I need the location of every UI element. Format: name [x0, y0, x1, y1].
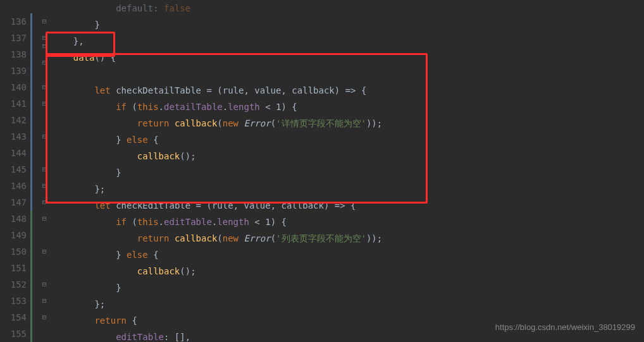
fold-marks[interactable]: ⊟	[30, 178, 49, 194]
change-bar	[30, 63, 32, 79]
fold-marks[interactable]	[30, 326, 49, 342]
code-line[interactable]: } else {	[52, 131, 644, 148]
change-bar	[30, 30, 32, 46]
token: value	[244, 200, 270, 211]
code-line[interactable]: };	[52, 296, 644, 312]
fold-icon[interactable]: ⊟	[40, 95, 48, 112]
token: };	[52, 299, 105, 309]
code-line[interactable]: }	[52, 164, 644, 181]
change-bar	[30, 95, 32, 112]
code-line[interactable]: }	[52, 279, 644, 296]
token: callback	[175, 233, 217, 243]
code-line[interactable]: callback();	[52, 148, 644, 164]
fold-marks[interactable]	[30, 260, 49, 276]
token	[52, 217, 116, 227]
token: default	[116, 3, 153, 13]
fold-icon[interactable]: ⊟	[40, 194, 48, 211]
code-line[interactable]: let checkEditTable = (rule, value, callb…	[52, 197, 644, 214]
line-number: 149	[0, 227, 30, 243]
fold-icon[interactable]: ⊟	[40, 276, 48, 293]
token: rule	[223, 85, 244, 95]
code-editor[interactable]: 136⊟137⊟138⊟ ⊟139140⊟141⊟142143⊟144145⊟1…	[0, 0, 644, 342]
token: length	[217, 217, 249, 227]
gutter-row: 153⊟	[0, 293, 49, 309]
fold-marks[interactable]: ⊟	[30, 194, 49, 211]
token: else	[127, 250, 148, 260]
fold-marks[interactable]: ⊟	[30, 13, 49, 30]
change-bar	[30, 293, 32, 309]
code-line[interactable]: let checkDetailTable = (rule, value, cal…	[52, 82, 644, 99]
token: else	[127, 135, 148, 145]
token: editTable	[164, 217, 212, 227]
fold-marks[interactable]: ⊟	[30, 293, 49, 309]
fold-marks[interactable]	[30, 227, 49, 243]
fold-icon[interactable]: ⊟	[40, 211, 48, 227]
gutter: 136⊟137⊟138⊟ ⊟139140⊟141⊟142143⊟144145⊟1…	[0, 0, 49, 342]
token: = (	[201, 85, 223, 95]
code-line[interactable]	[52, 66, 644, 82]
code-line[interactable]: return callback(new Error('详情页字段不能为空'));	[52, 115, 644, 131]
fold-icon[interactable]: ⊟	[40, 309, 48, 326]
fold-marks[interactable]	[30, 145, 49, 161]
fold-marks[interactable]: ⊟	[30, 128, 49, 145]
code-line[interactable]: if (this.editTable.length < 1) {	[52, 214, 644, 230]
fold-marks[interactable]: ⊟	[30, 276, 49, 293]
code-line[interactable]: }	[52, 16, 644, 33]
code-line[interactable]: data() {	[52, 49, 644, 66]
token: return	[94, 315, 127, 326]
watermark-text: https://blog.csdn.net/weixin_38019299	[495, 319, 635, 336]
fold-icon[interactable]: ⊟	[40, 79, 48, 95]
gutter-row: 146⊟	[0, 178, 49, 194]
token: = (	[190, 200, 212, 211]
token: .	[159, 102, 164, 112]
code-line[interactable]: } else {	[52, 247, 644, 263]
fold-icon[interactable]: ⊟	[40, 178, 48, 194]
code-line[interactable]: default: false	[52, 0, 644, 16]
change-bar	[30, 211, 32, 227]
fold-marks[interactable]: ⊟	[30, 211, 49, 227]
fold-icon[interactable]: ⊟	[40, 243, 48, 260]
change-bar	[30, 79, 32, 95]
code-line[interactable]: };	[52, 181, 644, 197]
code-line[interactable]: return callback(new Error('列表页字段不能为空'));	[52, 230, 644, 247]
gutter-row: 151	[0, 260, 49, 276]
gutter-row: 143⊟	[0, 128, 49, 145]
code-line[interactable]: },	[52, 33, 644, 49]
code-line[interactable]: callback();	[52, 263, 644, 279]
token: 1	[276, 102, 281, 112]
token: ();	[180, 151, 195, 161]
gutter-row: 147⊟	[0, 194, 49, 211]
code-area[interactable]: default: false } }, data() { let checkDe…	[49, 0, 644, 342]
gutter-row: 155	[0, 326, 49, 342]
token: '详情页字段不能为空'	[276, 118, 366, 128]
fold-icon[interactable]: ⊟	[40, 128, 48, 145]
token: {	[148, 250, 159, 260]
fold-marks[interactable]: ⊟	[30, 309, 49, 326]
fold-marks[interactable]	[30, 63, 49, 79]
token: if	[116, 102, 127, 112]
token: :	[153, 3, 164, 13]
fold-icon[interactable]: ⊟	[40, 293, 48, 309]
fold-marks[interactable]: ⊟	[30, 95, 49, 112]
token	[52, 315, 94, 326]
fold-marks[interactable]: ⊟	[30, 79, 49, 95]
token: }	[52, 250, 127, 260]
token: callback	[282, 200, 324, 211]
fold-marks[interactable]: ⊟ ⊟	[30, 46, 49, 63]
fold-icon[interactable]: ⊟	[40, 161, 48, 178]
token: let	[94, 200, 110, 211]
fold-icon[interactable]: ⊟	[40, 13, 48, 30]
gutter-row: 149	[0, 227, 49, 243]
fold-marks[interactable]	[30, 0, 49, 13]
token: () {	[94, 52, 116, 63]
fold-marks[interactable]	[30, 112, 49, 128]
line-number: 150	[0, 243, 30, 260]
change-bar	[30, 128, 32, 145]
gutter-row: 136⊟	[0, 13, 49, 30]
gutter-row: 142	[0, 112, 49, 128]
fold-marks[interactable]: ⊟	[30, 161, 49, 178]
token: 1	[265, 217, 270, 227]
code-line[interactable]: if (this.detailTable.length < 1) {	[52, 99, 644, 115]
fold-marks[interactable]: ⊟	[30, 243, 49, 260]
token	[111, 200, 116, 211]
